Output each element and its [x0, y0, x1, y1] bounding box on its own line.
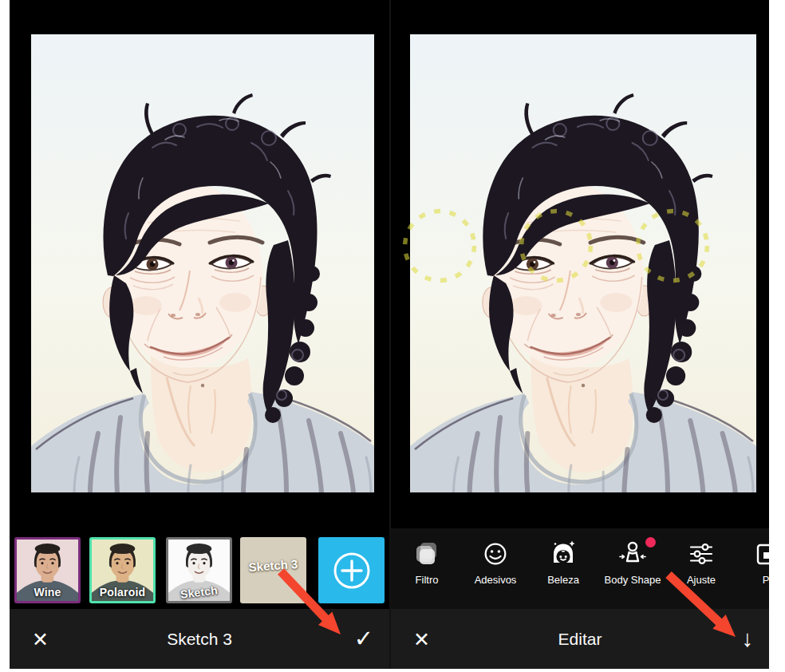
tool-label: Body Shape — [605, 574, 661, 586]
tool-label: Beleza — [547, 574, 579, 586]
tool-label: Adesivos — [475, 574, 517, 586]
beauty-face-icon — [550, 540, 577, 567]
tool-label: PI — [763, 574, 769, 586]
body-shape-icon — [619, 540, 646, 567]
new-feature-badge — [645, 537, 656, 547]
edit-screen: Filtro Adesivos — [389, 0, 769, 669]
edit-screen-title: Editar — [391, 629, 769, 648]
edit-toolbar: Filtro Adesivos — [391, 528, 769, 609]
tool-label: Filtro — [416, 574, 439, 586]
filtered-photo-preview — [31, 34, 374, 492]
confirm-check-icon[interactable]: ✓ — [354, 627, 373, 650]
sticker-smiley-icon — [482, 540, 509, 567]
tutorial-composite: Wine Polaroid Sketch Sketch 3 ✕ — [0, 0, 785, 672]
filter-thumb-label: Sketch 3 — [240, 556, 306, 575]
tool-label: Ajuste — [687, 574, 716, 586]
tool-pip-clipped[interactable]: PI — [734, 540, 769, 586]
faint-watermark — [389, 17, 729, 475]
download-arrow-icon[interactable]: ↓ — [742, 627, 754, 650]
edit-bottombar: ✕ Editar ↓ — [391, 609, 769, 669]
plus-icon — [331, 550, 373, 591]
tool-adesivos[interactable]: Adesivos — [462, 540, 529, 586]
filter-thumb-sketch[interactable]: Sketch — [166, 537, 232, 603]
selected-filter-title: Sketch 3 — [10, 629, 389, 648]
tool-body-shape[interactable]: Body Shape — [594, 540, 671, 586]
filter-thumb-polaroid[interactable]: Polaroid — [89, 537, 156, 603]
filter-thumb-label: Wine — [17, 586, 78, 599]
pip-icon — [754, 540, 769, 567]
filter-thumb-label: Polaroid — [92, 586, 153, 599]
tool-filtro[interactable]: Filtro — [393, 540, 460, 586]
filter-thumb-wine[interactable]: Wine — [14, 537, 81, 603]
filter-strip: Wine Polaroid Sketch Sketch 3 — [10, 537, 389, 604]
sketch-portrait-image — [31, 34, 374, 492]
tool-beleza[interactable]: Body Shape Beleza — [530, 540, 597, 586]
filter-stack-icon — [413, 540, 440, 567]
filter-thumb-sketch3-selected[interactable]: Sketch 3 — [240, 537, 306, 603]
filter-bottombar: ✕ Sketch 3 ✓ — [10, 609, 389, 669]
tool-ajuste[interactable]: Ajuste — [668, 540, 735, 586]
add-filter-button[interactable] — [318, 537, 385, 603]
filter-screen: Wine Polaroid Sketch Sketch 3 ✕ — [10, 0, 389, 669]
sliders-icon — [688, 540, 715, 567]
edited-photo-preview — [410, 34, 756, 492]
